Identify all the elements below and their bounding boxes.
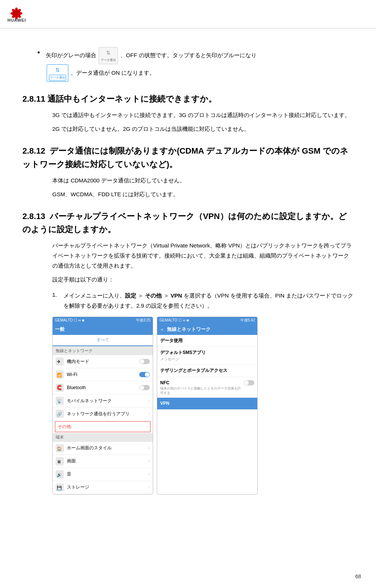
left-tab-all[interactable]: すべて (53, 335, 153, 346)
left-item-network-app[interactable]: 🔗 ネットワーク通信を行うアプリ › (53, 407, 153, 421)
left-item-sound[interactable]: 🔊 音 › (53, 468, 153, 481)
right-item-sms[interactable]: デフォルトSMSアプリ メッセージ (157, 347, 257, 365)
right-status-bar: GEMALTO ☐ ∞ ■ 午後5:42 (157, 317, 257, 324)
left-item-display-text: 画面 (67, 458, 148, 465)
wifi-toggle[interactable] (139, 372, 150, 377)
svg-text:🏠: 🏠 (57, 446, 62, 451)
right-nav-title: 無線とネットワーク (167, 326, 211, 333)
storage-arrow: › (148, 484, 150, 491)
bluetooth-toggle[interactable] (139, 385, 150, 390)
mobile-network-arrow: › (148, 397, 150, 404)
page-number-text: 68 (355, 573, 361, 579)
left-nav-bar: 一般 (53, 324, 153, 335)
svg-text:HUAWEI: HUAWEI (7, 18, 26, 22)
nfc-toggle[interactable] (244, 380, 254, 385)
right-item-tethering-text: テザリングとポータブルアクセス (160, 367, 254, 374)
network-app-arrow: › (148, 410, 150, 418)
section-2812-para1: 本体は CDMA2000 データ通信に対応していません。 (52, 175, 354, 185)
right-item-data-usage[interactable]: データ使用 (157, 335, 257, 347)
right-item-sms-sub: メッセージ (160, 356, 254, 362)
left-item-display[interactable]: 🖥 画面 › (53, 455, 153, 468)
right-item-vpn[interactable]: VPN (157, 398, 257, 410)
display-icon: 🖥 (56, 457, 64, 465)
phone-screenshots: GEMALTO ☐ ∞ ■ 午後3:25 一般 すべて 無線とネットワーク ✈ … (52, 317, 354, 495)
home-arrow: › (148, 444, 150, 452)
left-item-sound-text: 音 (67, 471, 148, 478)
network-app-icon: 🔗 (56, 410, 64, 418)
section-2811-body: 3G では通話中もインターネットに接続できます。3G のプロトコルは通話時のイン… (52, 110, 354, 134)
back-arrow-icon[interactable]: ＜ (159, 325, 165, 333)
section-2811-title: 2.8.11 通話中もインターネットに接続できますか。 (22, 92, 354, 105)
left-item-wifi[interactable]: 📶 Wi-Fi (53, 368, 153, 381)
right-item-nfc[interactable]: NFC 端末が他のデバイスと接触したときのデータ交換を許可する (157, 377, 257, 398)
left-status-bar: GEMALTO ☐ ∞ ■ 午後3:25 (53, 317, 153, 324)
left-status-left: GEMALTO ☐ ∞ ■ (55, 317, 84, 323)
step-1-number: 1. (52, 290, 63, 299)
nfc-text-block: NFC 端末が他のデバイスと接触したときのデータ交換を許可する (160, 379, 241, 395)
home-screen-icon: 🏠 (56, 444, 64, 452)
page-content: • 矢印がグレーの場合 ⇅ データ通信 、OFF の状態です。タップすると矢印が… (0, 40, 376, 524)
right-status-right: 午後5:42 (240, 317, 255, 323)
right-item-data-text: データ使用 (160, 337, 254, 344)
left-section-terminal: 端末 (53, 433, 153, 442)
bluetooth-icon: 🧲 (56, 384, 64, 392)
left-item-bluetooth[interactable]: 🧲 Bluetooth (53, 381, 153, 394)
nfc-sub: 端末が他のデバイスと接触したときのデータ交換を許可する (160, 387, 241, 395)
left-section-wireless-label: 無線とネットワーク (56, 348, 93, 353)
step-1-text: メインメニューに入り、設定 ＞ その他 ＞ VPN を選択する（VPN を使用す… (63, 290, 354, 311)
section-2813-para1: バーチャルプライベートネットワーク（Virtual Private Networ… (52, 240, 354, 271)
left-item-airplane-text: 機内モード (67, 358, 139, 365)
left-item-home-screen[interactable]: 🏠 ホーム画面のスタイル › (53, 442, 153, 455)
left-item-home-text: ホーム画面のスタイル (67, 444, 148, 452)
left-status-right: 午後3:25 (136, 317, 150, 323)
display-arrow: › (148, 458, 150, 465)
left-item-mobile-network[interactable]: 📡 モバイルネットワーク › (53, 394, 153, 407)
wifi-icon: 📶 (56, 370, 64, 379)
airplane-toggle[interactable] (139, 359, 150, 364)
sound-icon: 🔊 (56, 470, 64, 478)
nfc-title: NFC (160, 379, 241, 387)
right-nav-bar: ＜ 無線とネットワーク (157, 324, 257, 335)
step-1: 1. メインメニューに入り、設定 ＞ その他 ＞ VPN を選択する（VPN を… (52, 290, 354, 311)
data-icon-blue: ⇅ データ通信 (47, 64, 68, 82)
svg-text:📡: 📡 (57, 398, 62, 404)
bullet-suffix-text: 、OFF の状態です。タップすると矢印がブルーになり (120, 52, 256, 58)
sound-arrow: › (148, 471, 150, 478)
left-section-wireless: 無線とネットワーク (53, 347, 153, 355)
page-header: HUAWEI (0, 0, 376, 28)
section-2813-body: バーチャルプライベートネットワーク（Virtual Private Networ… (52, 240, 354, 284)
right-status-left: GEMALTO ☐ ∞ ■ (159, 317, 189, 323)
left-item-airplane[interactable]: ✈ 機内モード (53, 355, 153, 368)
left-tab-bar: すべて (53, 335, 153, 347)
left-item-wifi-text: Wi-Fi (67, 371, 139, 378)
storage-icon: 💾 (56, 483, 64, 492)
left-item-storage-text: ストレージ (67, 484, 148, 491)
left-item-mobile-text: モバイルネットワーク (67, 397, 148, 404)
svg-text:🖥: 🖥 (57, 459, 61, 464)
left-tab-all-label: すべて (97, 338, 109, 342)
section-2813-title: 2.8.13 バーチャルプライベートネットワーク（VPN）は何のために設定します… (22, 210, 354, 236)
left-item-bluetooth-text: Bluetooth (67, 384, 139, 391)
bullet-line2-text: 、データ通信が ON になります。 (71, 69, 155, 76)
bullet-text: 矢印がグレーの場合 ⇅ データ通信 、OFF の状態です。タップすると矢印がブル… (46, 47, 354, 82)
right-phone-screen: GEMALTO ☐ ∞ ■ 午後5:42 ＜ 無線とネットワーク データ使用 デ… (157, 317, 258, 495)
step-list: 1. メインメニューに入り、設定 ＞ その他 ＞ VPN を選択する（VPN を… (52, 290, 354, 311)
huawei-logo: HUAWEI (7, 4, 37, 24)
airplane-icon: ✈ (56, 357, 64, 366)
svg-text:✈: ✈ (57, 359, 61, 364)
right-item-tethering[interactable]: テザリングとポータブルアクセス (157, 365, 257, 377)
left-item-other-text: その他. (58, 423, 146, 430)
left-item-other[interactable]: その他. › (55, 421, 150, 432)
svg-text:🔊: 🔊 (57, 472, 62, 477)
svg-text:📶: 📶 (57, 372, 62, 378)
other-arrow: › (146, 423, 148, 430)
section-2812-body: 本体は CDMA2000 データ通信に対応していません。 GSM、WCDMA、F… (52, 175, 354, 199)
section-2811-para2: 2G では対応していません。2G のプロトコルは当該機能に対応していません。 (52, 124, 354, 134)
right-item-sms-title: デフォルトSMSアプリ (160, 349, 254, 356)
svg-text:💾: 💾 (57, 485, 62, 490)
left-item-storage[interactable]: 💾 ストレージ › (53, 481, 153, 494)
section-2813-para2: 設定手順は以下の通り： (52, 274, 354, 284)
left-item-network-app-text: ネットワーク通信を行うアプリ (67, 410, 148, 418)
section-2811-para1: 3G では通話中もインターネットに接続できます。3G のプロトコルは通話時のイン… (52, 110, 354, 120)
left-nav-title: 一般 (55, 326, 65, 333)
